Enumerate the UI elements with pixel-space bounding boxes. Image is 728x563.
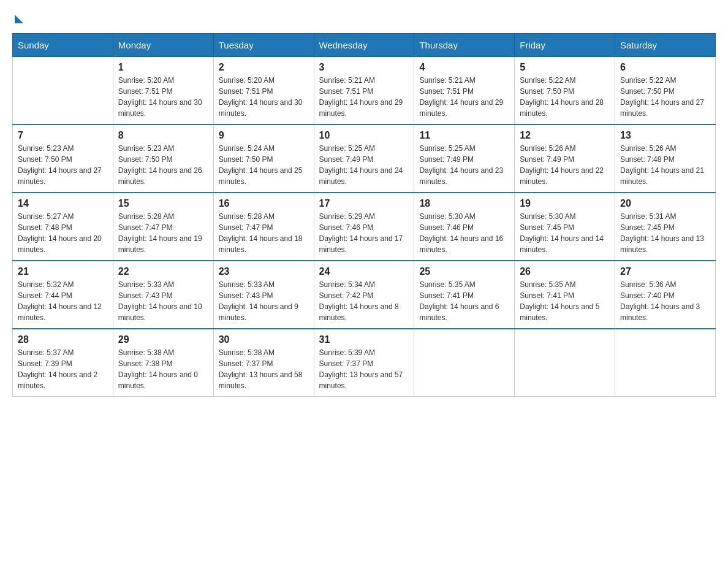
day-number: 5 [520,62,610,73]
calendar-cell: 29Sunrise: 5:38 AMSunset: 7:38 PMDayligh… [113,329,213,397]
day-info: Sunrise: 5:21 AMSunset: 7:51 PMDaylight:… [319,75,409,119]
day-info: Sunrise: 5:25 AMSunset: 7:49 PMDaylight:… [419,143,509,187]
calendar-cell: 30Sunrise: 5:38 AMSunset: 7:37 PMDayligh… [213,329,314,397]
day-info: Sunrise: 5:34 AMSunset: 7:42 PMDaylight:… [319,279,409,323]
weekday-header-sunday: Sunday [13,34,113,57]
calendar-cell: 6Sunrise: 5:22 AMSunset: 7:50 PMDaylight… [615,57,716,125]
day-number: 19 [520,198,610,209]
calendar-cell: 27Sunrise: 5:36 AMSunset: 7:40 PMDayligh… [615,261,716,329]
weekday-header-monday: Monday [113,34,213,57]
calendar-cell [13,57,113,125]
day-number: 31 [319,334,409,345]
day-info: Sunrise: 5:30 AMSunset: 7:46 PMDaylight:… [419,211,509,255]
day-number: 7 [18,130,108,141]
day-number: 20 [620,198,710,209]
day-info: Sunrise: 5:36 AMSunset: 7:40 PMDaylight:… [620,279,710,323]
calendar-cell: 3Sunrise: 5:21 AMSunset: 7:51 PMDaylight… [314,57,414,125]
calendar-header-row: SundayMondayTuesdayWednesdayThursdayFrid… [13,34,716,57]
day-number: 13 [620,130,710,141]
day-number: 10 [319,130,409,141]
weekday-header-saturday: Saturday [615,34,716,57]
calendar-cell: 24Sunrise: 5:34 AMSunset: 7:42 PMDayligh… [314,261,414,329]
day-info: Sunrise: 5:22 AMSunset: 7:50 PMDaylight:… [620,75,710,119]
day-info: Sunrise: 5:24 AMSunset: 7:50 PMDaylight:… [219,143,309,187]
day-number: 30 [219,334,309,345]
calendar-cell: 13Sunrise: 5:26 AMSunset: 7:48 PMDayligh… [615,124,716,193]
day-number: 24 [319,266,409,277]
day-info: Sunrise: 5:32 AMSunset: 7:44 PMDaylight:… [18,279,108,323]
day-info: Sunrise: 5:30 AMSunset: 7:45 PMDaylight:… [520,211,610,255]
day-number: 29 [118,334,208,345]
day-info: Sunrise: 5:31 AMSunset: 7:45 PMDaylight:… [620,211,710,255]
day-number: 9 [219,130,309,141]
calendar-cell: 11Sunrise: 5:25 AMSunset: 7:49 PMDayligh… [414,124,515,193]
day-info: Sunrise: 5:23 AMSunset: 7:50 PMDaylight:… [18,143,108,187]
day-number: 14 [18,198,108,209]
logo-arrow-icon [15,15,23,23]
day-info: Sunrise: 5:38 AMSunset: 7:38 PMDaylight:… [118,347,208,391]
day-number: 21 [18,266,108,277]
day-number: 26 [520,266,610,277]
day-number: 16 [219,198,309,209]
day-number: 12 [520,130,610,141]
calendar-cell: 14Sunrise: 5:27 AMSunset: 7:48 PMDayligh… [13,193,113,261]
calendar-week-row: 1Sunrise: 5:20 AMSunset: 7:51 PMDaylight… [13,57,716,125]
weekday-header-tuesday: Tuesday [213,34,314,57]
day-number: 28 [18,334,108,345]
calendar-cell: 18Sunrise: 5:30 AMSunset: 7:46 PMDayligh… [414,193,515,261]
calendar-cell: 21Sunrise: 5:32 AMSunset: 7:44 PMDayligh… [13,261,113,329]
calendar-cell [515,329,615,397]
day-info: Sunrise: 5:21 AMSunset: 7:51 PMDaylight:… [419,75,509,119]
day-number: 23 [219,266,309,277]
day-info: Sunrise: 5:27 AMSunset: 7:48 PMDaylight:… [18,211,108,255]
day-number: 1 [118,62,208,73]
calendar-cell: 25Sunrise: 5:35 AMSunset: 7:41 PMDayligh… [414,261,515,329]
day-number: 2 [219,62,309,73]
day-info: Sunrise: 5:26 AMSunset: 7:49 PMDaylight:… [520,143,610,187]
day-info: Sunrise: 5:28 AMSunset: 7:47 PMDaylight:… [219,211,309,255]
calendar-cell: 17Sunrise: 5:29 AMSunset: 7:46 PMDayligh… [314,193,414,261]
day-number: 18 [419,198,509,209]
day-info: Sunrise: 5:35 AMSunset: 7:41 PMDaylight:… [520,279,610,323]
day-number: 4 [419,62,509,73]
day-info: Sunrise: 5:35 AMSunset: 7:41 PMDaylight:… [419,279,509,323]
calendar-week-row: 7Sunrise: 5:23 AMSunset: 7:50 PMDaylight… [13,124,716,193]
calendar-week-row: 21Sunrise: 5:32 AMSunset: 7:44 PMDayligh… [13,261,716,329]
calendar-cell: 22Sunrise: 5:33 AMSunset: 7:43 PMDayligh… [113,261,213,329]
day-info: Sunrise: 5:23 AMSunset: 7:50 PMDaylight:… [118,143,208,187]
day-info: Sunrise: 5:20 AMSunset: 7:51 PMDaylight:… [219,75,309,119]
calendar-cell: 26Sunrise: 5:35 AMSunset: 7:41 PMDayligh… [515,261,615,329]
day-info: Sunrise: 5:39 AMSunset: 7:37 PMDaylight:… [319,347,409,391]
calendar-cell: 16Sunrise: 5:28 AMSunset: 7:47 PMDayligh… [213,193,314,261]
weekday-header-friday: Friday [515,34,615,57]
calendar-cell: 1Sunrise: 5:20 AMSunset: 7:51 PMDaylight… [113,57,213,125]
day-number: 8 [118,130,208,141]
calendar-cell: 23Sunrise: 5:33 AMSunset: 7:43 PMDayligh… [213,261,314,329]
calendar-table: SundayMondayTuesdayWednesdayThursdayFrid… [12,33,716,397]
day-number: 15 [118,198,208,209]
calendar-cell: 15Sunrise: 5:28 AMSunset: 7:47 PMDayligh… [113,193,213,261]
logo [12,12,23,23]
day-info: Sunrise: 5:26 AMSunset: 7:48 PMDaylight:… [620,143,710,187]
calendar-cell: 19Sunrise: 5:30 AMSunset: 7:45 PMDayligh… [515,193,615,261]
page-header [12,12,716,23]
day-number: 25 [419,266,509,277]
weekday-header-wednesday: Wednesday [314,34,414,57]
day-number: 6 [620,62,710,73]
calendar-cell: 12Sunrise: 5:26 AMSunset: 7:49 PMDayligh… [515,124,615,193]
day-info: Sunrise: 5:33 AMSunset: 7:43 PMDaylight:… [118,279,208,323]
day-number: 11 [419,130,509,141]
calendar-cell: 8Sunrise: 5:23 AMSunset: 7:50 PMDaylight… [113,124,213,193]
calendar-week-row: 28Sunrise: 5:37 AMSunset: 7:39 PMDayligh… [13,329,716,397]
day-number: 17 [319,198,409,209]
day-info: Sunrise: 5:25 AMSunset: 7:49 PMDaylight:… [319,143,409,187]
calendar-cell: 9Sunrise: 5:24 AMSunset: 7:50 PMDaylight… [213,124,314,193]
calendar-cell [615,329,716,397]
calendar-cell: 31Sunrise: 5:39 AMSunset: 7:37 PMDayligh… [314,329,414,397]
calendar-cell: 10Sunrise: 5:25 AMSunset: 7:49 PMDayligh… [314,124,414,193]
calendar-cell: 4Sunrise: 5:21 AMSunset: 7:51 PMDaylight… [414,57,515,125]
day-info: Sunrise: 5:29 AMSunset: 7:46 PMDaylight:… [319,211,409,255]
calendar-cell: 7Sunrise: 5:23 AMSunset: 7:50 PMDaylight… [13,124,113,193]
day-info: Sunrise: 5:20 AMSunset: 7:51 PMDaylight:… [118,75,208,119]
calendar-week-row: 14Sunrise: 5:27 AMSunset: 7:48 PMDayligh… [13,193,716,261]
